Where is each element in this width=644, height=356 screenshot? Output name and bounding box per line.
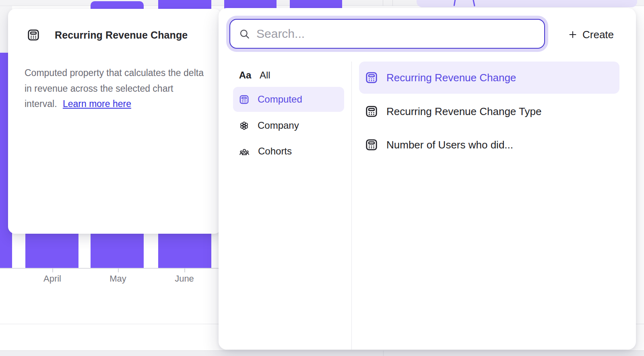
axis-label: April — [28, 274, 76, 284]
create-button-label: Create — [582, 29, 614, 41]
company-icon — [239, 120, 250, 131]
filter-item-computed[interactable]: Computed — [233, 87, 344, 112]
result-label: Recurring Revenue Change — [386, 72, 516, 84]
search-box — [229, 19, 545, 49]
search-icon — [239, 29, 250, 39]
axis-label: June — [160, 274, 208, 284]
axis-tick — [52, 268, 53, 272]
filter-label: Cohorts — [258, 146, 292, 157]
learn-more-link[interactable]: Learn more here — [63, 99, 131, 109]
filter-item-all[interactable]: Aa All — [233, 63, 344, 88]
property-tooltip-card: Recurring Revenue Change Computed proper… — [8, 9, 221, 234]
plus-icon — [568, 30, 578, 39]
axis-tick — [184, 268, 185, 272]
calculator-icon — [365, 71, 378, 84]
result-label: Number of Users who did... — [386, 139, 513, 151]
filter-label: Computed — [258, 94, 302, 105]
filter-item-company[interactable]: Company — [233, 113, 344, 138]
calculator-icon — [365, 138, 378, 152]
result-label: Recurring Revenue Change Type — [386, 105, 541, 118]
tooltip-description: Computed property that calculates the de… — [25, 65, 206, 112]
calculator-icon — [239, 94, 250, 105]
text-style-icon: Aa — [239, 70, 252, 81]
filter-item-cohorts[interactable]: Cohorts — [233, 139, 344, 164]
result-item[interactable]: Recurring Revenue Change Type — [359, 95, 619, 128]
tooltip-title: Recurring Revenue Change — [55, 29, 188, 41]
modal-divider — [351, 62, 352, 350]
filter-label: Company — [258, 120, 299, 131]
property-picker-modal: Create Aa All Computed Company Cohorts R… — [219, 8, 636, 350]
chart-x-axis — [0, 268, 242, 269]
result-item[interactable]: Recurring Revenue Change — [359, 62, 619, 94]
create-button[interactable]: Create — [568, 27, 614, 42]
search-input[interactable] — [256, 27, 535, 41]
filter-label: All — [260, 70, 270, 81]
axis-tick — [118, 268, 119, 272]
calculator-icon — [27, 28, 40, 42]
axis-label: May — [94, 274, 142, 284]
calculator-icon — [365, 105, 378, 118]
result-item[interactable]: Number of Users who did... — [359, 129, 619, 161]
cohorts-icon — [239, 146, 250, 157]
tooltip-header: Recurring Revenue Change — [27, 27, 188, 43]
